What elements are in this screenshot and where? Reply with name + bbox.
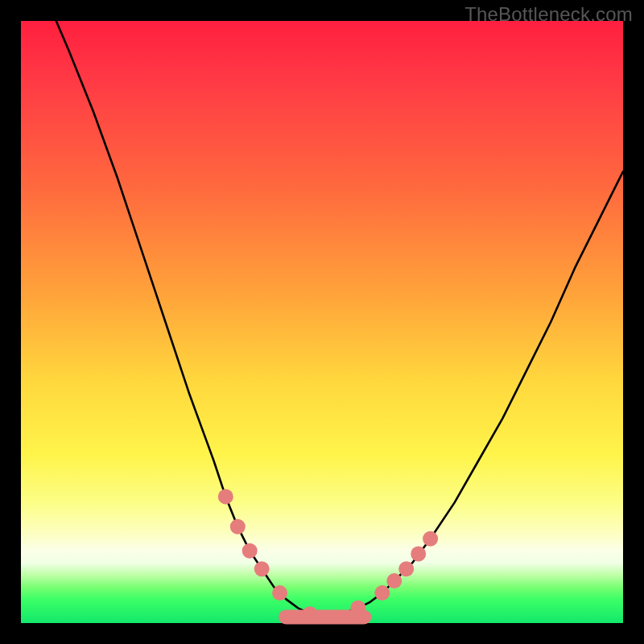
curve-right-curve xyxy=(322,171,623,617)
plot-area xyxy=(21,21,623,623)
curve-group xyxy=(51,9,623,617)
marker-dot xyxy=(398,561,414,576)
curve-svg xyxy=(21,21,623,623)
chart-frame: TheBottleneck.com xyxy=(0,0,644,644)
marker-dot xyxy=(254,561,270,576)
marker-dot xyxy=(230,519,246,535)
marker-dot xyxy=(350,601,365,616)
curve-left-curve xyxy=(51,9,322,617)
marker-dot xyxy=(272,585,287,601)
marker-dot xyxy=(218,489,233,504)
marker-dot xyxy=(386,573,402,588)
marker-dot xyxy=(242,543,258,559)
marker-dot xyxy=(423,531,438,547)
marker-dot xyxy=(303,606,318,621)
marker-dot xyxy=(374,585,390,601)
marker-group xyxy=(218,489,438,624)
marker-dot xyxy=(411,547,426,562)
